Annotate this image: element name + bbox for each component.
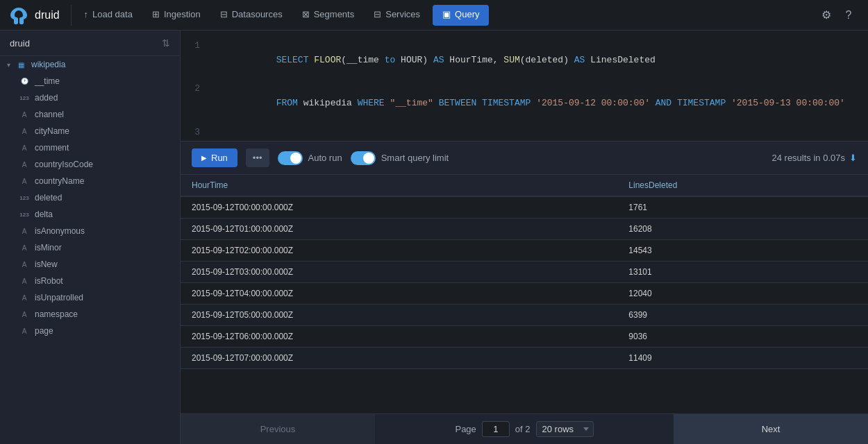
chevron-down-icon: ▾ [7,61,10,69]
column-header-hourtime[interactable]: HourTime [181,175,617,196]
query-editor[interactable]: 1 SELECT FLOOR(__time to HOUR) AS HourTi… [181,31,868,142]
sidebar-item-label: added [35,93,58,103]
table-cell: 2015-09-12T04:00:00.000Z [181,283,617,305]
server-icon: ⊟ [374,9,381,19]
next-button[interactable]: Next [674,414,868,445]
sidebar-item-wikipedia[interactable]: ▾ ▦ wikipedia [0,56,180,73]
smart-query-label: Smart query limit [381,153,449,163]
grid-icon: ⊠ [302,9,310,19]
more-options-button[interactable]: ••• [246,148,269,167]
sidebar-item-isnew[interactable]: A isNew [0,256,180,273]
sort-icon[interactable]: ⇅ [162,37,170,49]
sidebar-item-label: isNew [35,259,58,269]
sidebar-item-label: isUnpatrolled [35,293,83,302]
sidebar-item-isrobot[interactable]: A isRobot [0,273,180,289]
sidebar-item-isunpatrolled[interactable]: A isUnpatrolled [0,289,180,306]
toggle-knob [290,153,301,164]
results-table: HourTime LinesDeleted 2015-09-12T00:00:0… [181,175,868,369]
table-cell: 2015-09-12T03:00:00.000Z [181,262,617,283]
page-input[interactable] [482,421,510,437]
nav-load-data[interactable]: ↑ Load data [74,0,142,31]
sidebar-item-added[interactable]: 123 added [0,89,180,106]
sidebar-item-channel[interactable]: A channel [0,106,180,123]
line-number: 3 [192,126,200,142]
string-icon: A [19,326,29,336]
database-icon: ⊟ [220,9,228,19]
terminal-icon: ▣ [442,9,451,19]
sidebar-item-deleted[interactable]: 123 deleted [0,189,180,206]
table-cell: 2015-09-12T05:00:00.000Z [181,305,617,326]
settings-button[interactable]: ⚙ [815,4,837,26]
logo-text: druid [35,9,60,22]
nav-ingestion[interactable]: ⊞ Ingestion [142,0,210,31]
sidebar-item-isminor[interactable]: A isMinor [0,239,180,256]
number-icon: 123 [19,193,29,203]
nav-services[interactable]: ⊟ Services [364,0,430,31]
auto-run-group: Auto run [278,151,342,165]
string-icon: A [19,143,29,153]
nav-datasources[interactable]: ⊟ Datasources [210,0,292,31]
auto-run-label: Auto run [308,153,342,163]
table-row: 2015-09-12T01:00:00.000Z16208 [181,219,868,240]
string-icon: A [19,243,29,253]
table-cell: 2015-09-12T06:00:00.000Z [181,326,617,348]
table-cell: 11409 [617,348,868,369]
run-button[interactable]: ▶ Run [192,148,237,167]
sidebar-item-countryname[interactable]: A countryName [0,173,180,189]
editor-line-2: 2 FROM wikipedia WHERE "__time" BETWEEN … [192,82,857,125]
string-icon: A [19,259,29,269]
sidebar-item-label: isRobot [35,276,63,286]
sidebar-item-label: namespace [35,309,78,319]
table-icon: ▦ [16,60,26,69]
table-row: 2015-09-12T05:00:00.000Z6399 [181,305,868,326]
sidebar-item-page[interactable]: A page [0,323,180,339]
download-icon[interactable]: ⬇ [849,153,857,163]
nav-segments[interactable]: ⊠ Segments [292,0,365,31]
sidebar: druid ⇅ ▾ ▦ wikipedia 🕐 __time 123 added… [0,31,181,444]
table-cell: 1761 [617,196,868,219]
sidebar-item-label: isAnonymous [35,226,85,236]
sidebar-item-namespace[interactable]: A namespace [0,306,180,323]
sidebar-title: druid [10,38,30,49]
sidebar-item-time[interactable]: 🕐 __time [0,73,180,89]
rows-per-page-select[interactable]: 20 rows 50 rows 100 rows [536,421,594,437]
string-icon: A [19,160,29,169]
table-cell: 9036 [617,326,868,348]
editor-lines: 1 SELECT FLOOR(__time to HOUR) AS HourTi… [192,39,857,142]
string-icon: A [19,176,29,186]
query-toolbar: ▶ Run ••• Auto run Smart query limit 24 … [181,142,868,175]
pagination: Previous Page of 2 20 rows 50 rows 100 r… [181,413,868,444]
nav-query[interactable]: ▣ Query [433,5,489,26]
column-header-linesdeleted[interactable]: LinesDeleted [617,175,868,196]
code-line: FROM wikipedia WHERE "__time" BETWEEN TI… [211,82,845,125]
layers-icon: ⊞ [152,9,160,19]
table-cell: 13101 [617,262,868,283]
results-info: 24 results in 0.07s ⬇ [771,153,857,163]
rows-wrapper: 20 rows 50 rows 100 rows [536,421,594,437]
logo-area: druid [8,5,72,26]
sidebar-item-label: channel [35,110,64,119]
sidebar-item-comment[interactable]: A comment [0,139,180,156]
auto-run-toggle[interactable] [278,151,303,165]
table-row: 2015-09-12T06:00:00.000Z9036 [181,326,868,348]
sidebar-item-cityname[interactable]: A cityName [0,123,180,139]
sidebar-item-delta[interactable]: 123 delta [0,206,180,223]
sidebar-item-isanonymous[interactable]: A isAnonymous [0,223,180,239]
table-row: 2015-09-12T00:00:00.000Z1761 [181,196,868,219]
sidebar-item-label: page [35,326,53,336]
line-number: 1 [192,39,200,82]
smart-query-toggle[interactable] [351,151,376,165]
editor-line-1: 1 SELECT FLOOR(__time to HOUR) AS HourTi… [192,39,857,82]
druid-logo [8,5,29,26]
string-icon: A [19,309,29,319]
sidebar-item-label: isMinor [35,243,62,253]
table-cell: 16208 [617,219,868,240]
table-row: 2015-09-12T07:00:00.000Z11409 [181,348,868,369]
help-button[interactable]: ? [837,4,860,26]
sidebar-item-label: __time [35,76,60,86]
sidebar-item-countryisocode[interactable]: A countryIsoCode [0,156,180,173]
previous-button[interactable]: Previous [181,414,375,445]
string-icon: A [19,276,29,286]
content-area: 1 SELECT FLOOR(__time to HOUR) AS HourTi… [181,31,868,444]
table-cell: 2015-09-12T00:00:00.000Z [181,196,617,219]
